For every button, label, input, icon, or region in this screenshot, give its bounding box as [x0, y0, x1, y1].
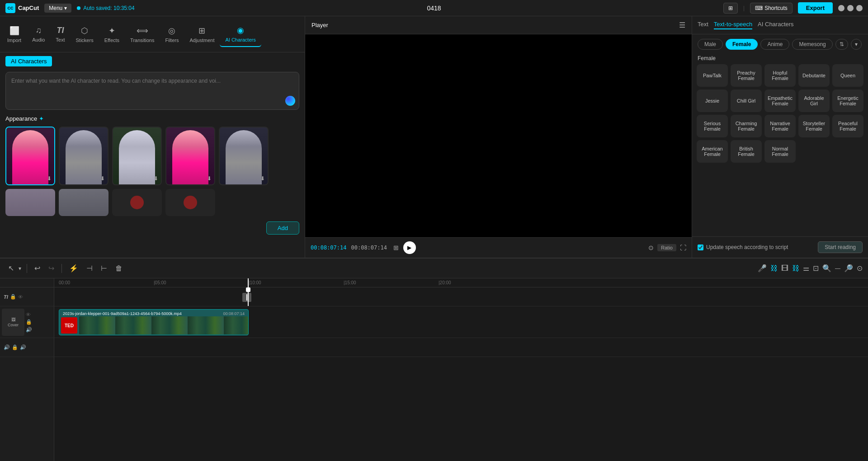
gender-tab-male[interactable]: Male — [698, 39, 723, 50]
delete-icon[interactable]: 🗑 — [113, 263, 125, 274]
char-option-american[interactable]: American Female — [697, 140, 728, 163]
char-card-6[interactable] — [5, 189, 55, 216]
char-option-queen[interactable]: Queen — [832, 64, 863, 87]
char-option-hopful-female[interactable]: Hopful Female — [764, 64, 796, 87]
download-icon-5: ⬇ — [260, 175, 265, 182]
char-option-normal[interactable]: Normal Female — [764, 140, 796, 163]
cut-right-icon[interactable]: ⊢ — [98, 262, 110, 274]
redo-icon[interactable]: ↪ — [46, 262, 57, 274]
film-icon[interactable]: 🎞 — [781, 264, 788, 273]
tool-adjustment[interactable]: ⊞ Adjustment — [184, 22, 220, 47]
minimize-button[interactable] — [838, 5, 844, 11]
fullscreen-icon[interactable]: ⛶ — [680, 244, 686, 251]
split-icon[interactable]: ⚡ — [66, 262, 81, 274]
char-option-energetic-female[interactable]: Energetic Female — [832, 89, 863, 112]
mic-icon[interactable]: 🎤 — [758, 264, 767, 273]
char-option-adorable-girl[interactable]: Adorable Girl — [798, 89, 830, 112]
char-option-british[interactable]: British Female — [731, 140, 762, 163]
vol-icon-3[interactable]: 🔊 — [20, 344, 26, 350]
gender-tab-memesong[interactable]: Memesong — [792, 39, 832, 50]
tool-transitions[interactable]: ⟺ Transitions — [125, 22, 160, 47]
tool-stickers[interactable]: ⬡ Stickers — [71, 22, 99, 47]
filter-dropdown[interactable]: ▾ — [851, 39, 862, 50]
gender-tab-anime[interactable]: Anime — [760, 39, 789, 50]
char-option-peaceful-female[interactable]: Peaceful Female — [832, 115, 863, 137]
add-button[interactable]: Add — [266, 221, 299, 235]
tool-audio[interactable]: ♫ Audio — [27, 22, 50, 46]
char-option-jessie[interactable]: Jessie — [697, 89, 728, 112]
layout-button[interactable]: ⊞ — [723, 3, 738, 14]
char-option-chill-girl[interactable]: Chill Girl — [731, 89, 762, 112]
split2-icon[interactable]: ⚌ — [803, 264, 809, 273]
eye-icon-1[interactable]: 👁 — [18, 294, 23, 300]
char-card-3[interactable]: ⬇ — [112, 127, 162, 185]
tool-import[interactable]: ⬜ Import — [2, 22, 27, 47]
video-link-icon[interactable]: ⛓ — [792, 264, 799, 273]
close-button[interactable] — [856, 5, 863, 11]
tool-text[interactable]: TI Text — [50, 22, 70, 46]
audio-icon-2[interactable]: 🔊 — [26, 327, 32, 333]
ratio-button[interactable]: Ratio — [657, 244, 676, 251]
cursor-chevron-icon[interactable]: ▾ — [18, 263, 22, 273]
export-button[interactable]: Export — [798, 2, 833, 14]
play-button[interactable]: ▶ — [403, 241, 416, 254]
char-option-preachy-female[interactable]: Preachy Female — [731, 64, 762, 87]
char-card-9[interactable] — [165, 189, 215, 216]
char-card-5[interactable]: ⬇ — [219, 127, 269, 185]
screenshot-icon[interactable]: ⊙ — [648, 244, 654, 251]
lock-icon-3[interactable]: 🔒 — [12, 344, 18, 350]
menu-button[interactable]: Menu ▾ — [44, 4, 71, 13]
char-card-4[interactable]: ⬇ — [165, 127, 215, 185]
category-label: Female — [692, 54, 868, 64]
cursor-icon[interactable]: ↖ — [5, 262, 17, 274]
video-clip[interactable]: 2023s-jordan-klepper-001-9ad509a1-1243-4… — [59, 309, 249, 335]
ai-characters-tab[interactable]: AI Characters — [5, 56, 52, 66]
eye-icon-2[interactable]: 👁 — [26, 312, 32, 317]
undo-icon[interactable]: ↩ — [32, 262, 43, 274]
char-option-narrative-female[interactable]: Narrative Female — [764, 115, 796, 137]
character-grid: PawTalk Preachy Female Hopful Female Deb… — [692, 64, 868, 166]
right-tab-text[interactable]: Text — [698, 21, 708, 29]
char-option-empathetic-female[interactable]: Empathetic Female — [764, 89, 796, 112]
start-reading-button[interactable]: Start reading — [818, 241, 863, 253]
shortcuts-button[interactable]: ⌨ Shortcuts — [750, 3, 793, 14]
char-option-serious-female[interactable]: Serious Female — [697, 115, 728, 137]
avatar-figure-2 — [66, 130, 102, 184]
playhead — [248, 278, 249, 306]
cut-left-icon[interactable]: ⊣ — [84, 262, 95, 274]
lock-icon-2[interactable]: 🔒 — [26, 319, 32, 325]
cover-box[interactable]: 🖼 Cover — [2, 309, 24, 336]
char-option-charming-female[interactable]: Charming Female — [731, 115, 762, 137]
maximize-button[interactable] — [847, 5, 854, 11]
fit-icon[interactable]: ⊙ — [857, 264, 863, 273]
update-speech-label[interactable]: Update speech according to script — [698, 244, 788, 250]
text-clip-marker[interactable] — [242, 293, 251, 302]
player-menu-icon[interactable]: ☰ — [679, 21, 685, 29]
text-input[interactable] — [11, 78, 293, 103]
char-card-2[interactable]: ⬇ — [59, 127, 108, 185]
zoom-out-icon[interactable]: 🔍 — [822, 264, 831, 273]
grid-view-icon[interactable]: ⊞ — [393, 244, 399, 251]
char-card-8[interactable] — [112, 189, 162, 216]
right-tab-ai-chars[interactable]: AI Characters — [758, 21, 793, 29]
tool-ai-characters[interactable]: ◉ AI Characters — [220, 22, 261, 47]
transitions-icon: ⟺ — [137, 26, 148, 36]
char-card-7[interactable] — [59, 189, 108, 216]
shortcuts-label: Shortcuts — [764, 5, 788, 11]
tool-effects[interactable]: ✦ Effects — [99, 22, 125, 47]
right-tab-tts[interactable]: Text-to-speech — [714, 21, 752, 29]
zoom-in-icon[interactable]: 🔎 — [844, 264, 853, 273]
clip-duration: 00:08:07:14 — [223, 311, 245, 316]
gender-tab-female[interactable]: Female — [726, 39, 758, 50]
link-icon[interactable]: ⛓ — [770, 264, 778, 273]
tool-filters[interactable]: ◎ Filters — [160, 22, 184, 47]
char-option-debutante[interactable]: Debutante — [798, 64, 830, 87]
sort-button[interactable]: ⇅ — [835, 39, 848, 50]
crop-icon[interactable]: ⊡ — [813, 264, 819, 273]
lock-icon-1[interactable]: 🔒 — [10, 294, 16, 300]
update-speech-checkbox[interactable] — [698, 245, 703, 250]
char-card-1[interactable]: ⬇ — [5, 127, 55, 185]
char-option-storyteller-female[interactable]: Storyteller Female — [798, 115, 830, 137]
text-input-area[interactable] — [5, 72, 299, 110]
char-option-pawtalk[interactable]: PawTalk — [697, 64, 728, 87]
